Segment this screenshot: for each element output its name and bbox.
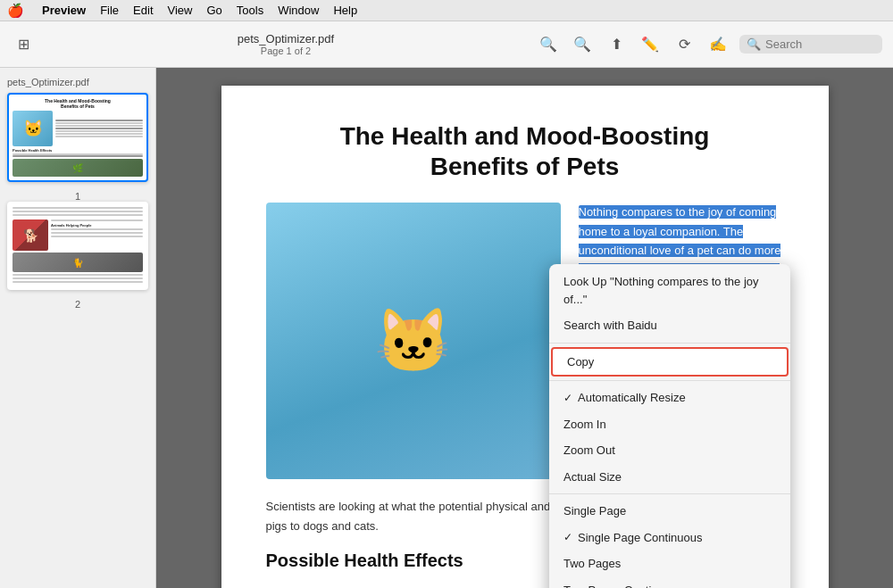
- sidebar-filename: pets_Optimizer.pdf: [7, 77, 148, 87]
- menu-actual-size[interactable]: Actual Size: [549, 464, 790, 491]
- menu-separator-3: [549, 493, 790, 494]
- menu-tools[interactable]: Tools: [237, 4, 263, 17]
- cat-emoji: 🐱: [374, 304, 452, 377]
- menubar: 🍎 Preview File Edit View Go Tools Window…: [0, 0, 893, 21]
- menu-two-pages-continuous[interactable]: Two Pages Continuous: [549, 577, 790, 589]
- thumb2-animal-image: 🐕: [13, 219, 48, 251]
- search-box[interactable]: 🔍: [739, 35, 882, 54]
- main-content: pets_Optimizer.pdf The Health and Mood-B…: [0, 68, 893, 588]
- markup-icon[interactable]: ✏️: [638, 32, 663, 57]
- menu-view[interactable]: View: [168, 4, 193, 17]
- thumb2-section: Animals Helping People: [51, 223, 143, 228]
- menu-separator-2: [549, 380, 790, 381]
- menu-auto-resize[interactable]: Automatically Resize: [549, 385, 790, 411]
- menu-search-baidu[interactable]: Search with Baidu: [549, 312, 790, 339]
- menu-window[interactable]: Window: [278, 4, 319, 17]
- page1-number: 1: [7, 191, 148, 202]
- page2-number: 2: [7, 299, 148, 310]
- menu-go[interactable]: Go: [206, 4, 221, 17]
- thumb1-cat-image: 🐱: [13, 111, 53, 146]
- menu-help[interactable]: Help: [333, 4, 357, 17]
- toolbar-right-icons: 🔍 🔍 ⬆ ✏️ ⟳ ✍ 🔍: [536, 32, 882, 57]
- menu-single-page[interactable]: Single Page: [549, 498, 790, 525]
- menu-file[interactable]: File: [100, 4, 119, 17]
- sign-icon[interactable]: ✍: [705, 32, 730, 57]
- menu-two-pages[interactable]: Two Pages: [549, 551, 790, 577]
- toolbar-left-icons: ⊞: [11, 32, 36, 57]
- menu-lookup[interactable]: Look Up "Nothing compares to the joy of.…: [549, 269, 790, 312]
- thumb1-bottom-image: 🌿: [13, 159, 143, 177]
- document-area[interactable]: The Health and Mood-Boosting Benefits of…: [156, 68, 893, 588]
- thumb1-text-area: [55, 111, 143, 146]
- zoom-in-icon[interactable]: 🔍: [570, 32, 595, 57]
- sidebar: pets_Optimizer.pdf The Health and Mood-B…: [0, 68, 156, 588]
- rotate-icon[interactable]: ⟳: [672, 32, 697, 57]
- apple-menu[interactable]: 🍎: [7, 3, 24, 19]
- thumb1-section: Possible Health Effects: [13, 148, 143, 153]
- menu-zoom-out[interactable]: Zoom Out: [549, 437, 790, 464]
- menu-single-page-continuous[interactable]: Single Page Continuous: [549, 525, 790, 551]
- thumb1-img-area: 🐱: [13, 111, 143, 146]
- thumb2-cat-image: 🐈: [13, 253, 143, 272]
- thumbnail-toggle-icon[interactable]: ⊞: [11, 32, 36, 57]
- zoom-out-icon[interactable]: 🔍: [536, 32, 561, 57]
- doc-page: Page 1 of 2: [261, 46, 311, 56]
- doc-title-heading: The Health and Mood-Boosting Benefits of…: [266, 121, 784, 181]
- cat-photo: 🐱: [266, 203, 561, 479]
- menu-preview[interactable]: Preview: [42, 4, 86, 17]
- thumbnail-page2[interactable]: 🐕 Animals Helping People 🐈: [7, 202, 148, 290]
- menu-zoom-in[interactable]: Zoom In: [549, 411, 790, 438]
- share-icon[interactable]: ⬆: [604, 32, 629, 57]
- thumb1-title: The Health and Mood-BoostingBenefits of …: [13, 98, 143, 109]
- context-menu: Look Up "Nothing compares to the joy of.…: [549, 264, 790, 588]
- search-input[interactable]: [765, 37, 872, 51]
- doc-title: pets_Optimizer.pdf: [238, 32, 334, 46]
- toolbar: ⊞ pets_Optimizer.pdf Page 1 of 2 🔍 🔍 ⬆ ✏…: [0, 21, 893, 68]
- menu-separator-1: [549, 343, 790, 344]
- doc-info: pets_Optimizer.pdf Page 1 of 2: [43, 32, 529, 56]
- menu-edit[interactable]: Edit: [133, 4, 153, 17]
- search-icon: 🔍: [747, 37, 761, 51]
- menu-copy[interactable]: Copy: [551, 347, 789, 377]
- thumbnail-page1[interactable]: The Health and Mood-BoostingBenefits of …: [7, 93, 148, 182]
